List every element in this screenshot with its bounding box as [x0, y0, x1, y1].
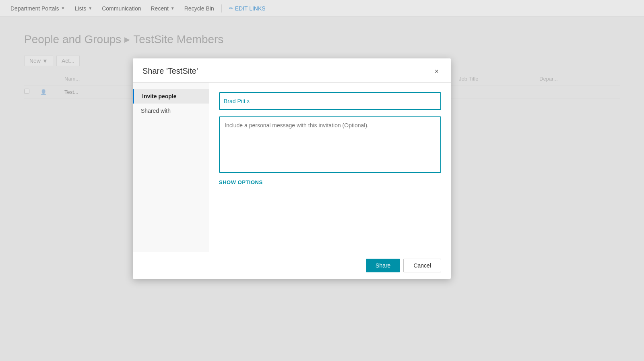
modal-body: Invite people Shared with Brad Pitt x SH… — [133, 83, 451, 252]
modal-title: Share 'TestSite' — [142, 66, 198, 76]
personal-message-input[interactable] — [219, 116, 441, 173]
share-button[interactable]: Share — [366, 259, 400, 272]
modal-main-content: Brad Pitt x SHOW OPTIONS — [209, 83, 451, 252]
remove-invite-tag-button[interactable]: x — [247, 98, 250, 104]
modal-footer: Share Cancel — [133, 252, 451, 279]
close-button[interactable]: × — [432, 67, 441, 76]
modal-sidebar: Invite people Shared with — [133, 83, 209, 252]
show-options-button[interactable]: SHOW OPTIONS — [219, 179, 441, 185]
invite-field[interactable]: Brad Pitt x — [219, 92, 441, 110]
modal-header: Share 'TestSite' × — [133, 58, 451, 83]
sidebar-item-shared-with[interactable]: Shared with — [133, 104, 209, 118]
sidebar-item-invite-people[interactable]: Invite people — [133, 89, 209, 104]
share-modal: Share 'TestSite' × Invite people Shared … — [133, 58, 451, 279]
cancel-button[interactable]: Cancel — [403, 259, 441, 272]
invite-tag: Brad Pitt x — [224, 98, 250, 104]
